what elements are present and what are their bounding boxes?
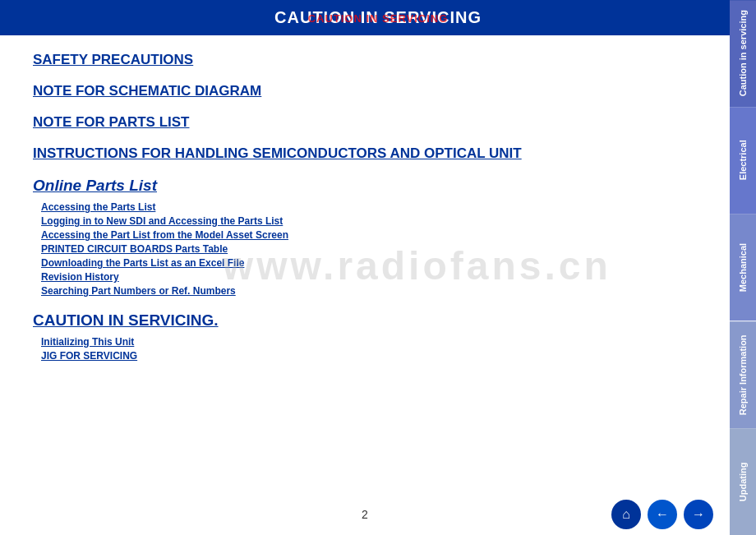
link-schematic[interactable]: NOTE FOR SCHEMATIC DIAGRAM: [33, 83, 697, 99]
sublink-accessing[interactable]: Accessing the Parts List: [41, 201, 697, 213]
sublink-logging[interactable]: Logging in to New SDI and Accessing the …: [41, 215, 697, 227]
link-semiconductors[interactable]: INSTRUCTIONS FOR HANDLING SEMICONDUCTORS…: [33, 145, 697, 162]
page-number: 2: [362, 508, 368, 521]
forward-button[interactable]: →: [684, 500, 713, 529]
header-overlay-text: CAUTION IN SERVICING: [308, 12, 449, 24]
footer-nav-buttons: ⌂ ← →: [611, 500, 713, 529]
main-content: SAFETY PRECAUTIONS NOTE FOR SCHEMATIC DI…: [0, 35, 730, 393]
sidebar-tab-caution[interactable]: Caution in servicing: [730, 0, 756, 107]
online-parts-sublinks: Accessing the Parts List Logging in to N…: [33, 201, 697, 297]
sublink-pcb-table[interactable]: PRINTED CIRCUIT BOARDS Parts Table: [41, 243, 697, 255]
sidebar-tab-updating[interactable]: Updating: [730, 428, 756, 535]
page-footer: 2 ⌂ ← →: [0, 494, 730, 535]
online-parts-heading: Online Parts List: [33, 177, 697, 195]
sublink-revision[interactable]: Revision History: [41, 271, 697, 283]
sidebar-tab-mechanical[interactable]: Mechanical: [730, 214, 756, 321]
sublink-jig[interactable]: JIG FOR SERVICING: [41, 350, 697, 362]
caution-section-heading: CAUTION IN SERVICING.: [33, 311, 697, 330]
sidebar-tab-repair[interactable]: Repair Information: [730, 321, 756, 428]
sidebar-tab-electrical[interactable]: Electrical: [730, 107, 756, 214]
sublink-excel[interactable]: Downloading the Parts List as an Excel F…: [41, 257, 697, 269]
page-header: CAUTION IN SERVICING CAUTION IN SERVICIN…: [0, 0, 756, 35]
back-button[interactable]: ←: [648, 500, 677, 529]
home-button[interactable]: ⌂: [611, 500, 641, 529]
sublink-model-asset[interactable]: Accessing the Part List from the Model A…: [41, 229, 697, 241]
link-parts-list[interactable]: NOTE FOR PARTS LIST: [33, 114, 697, 131]
caution-sublinks: Initializing This Unit JIG FOR SERVICING: [33, 336, 697, 362]
sublink-init[interactable]: Initializing This Unit: [41, 336, 697, 348]
link-safety[interactable]: SAFETY PRECAUTIONS: [33, 52, 697, 68]
sublink-search[interactable]: Searching Part Numbers or Ref. Numbers: [41, 285, 697, 297]
right-sidebar: Caution in servicing Electrical Mechanic…: [730, 0, 756, 535]
